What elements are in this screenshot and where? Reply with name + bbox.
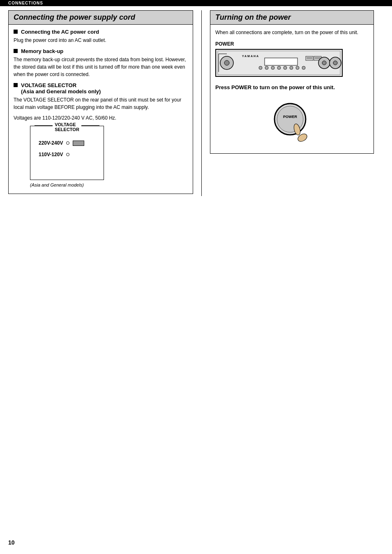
voltage-box-title: VOLTAGE SELECTOR	[53, 122, 81, 132]
svg-text:YAMAHA: YAMAHA	[242, 55, 259, 58]
svg-point-14	[271, 66, 274, 69]
svg-point-3	[224, 60, 229, 65]
svg-point-21	[322, 61, 326, 65]
voltage-title-bar: VOLTAGE SELECTOR	[35, 122, 99, 132]
memory-backup-body: The memory back-up circuit prevents the …	[14, 56, 188, 78]
svg-text:POWER: POWER	[283, 115, 297, 119]
power-intro-text: When all connections are complete, turn …	[215, 29, 369, 36]
voltage-220-switch	[73, 141, 84, 146]
svg-point-19	[302, 66, 305, 69]
svg-point-13	[265, 66, 268, 69]
section-label: CONNECTIONS	[8, 1, 43, 5]
left-section-box: Connecting the power supply cord Connect…	[8, 10, 193, 194]
voltage-caption: (Asia and General models)	[30, 182, 184, 187]
content-area: Connecting the power supply cord Connect…	[0, 6, 392, 200]
ac-power-heading: Connecting the AC power cord	[14, 29, 188, 35]
voltage-selector-heading: VOLTAGE SELECTOR (Asia and General model…	[14, 82, 188, 95]
svg-point-15	[277, 66, 281, 69]
press-power-label: Press POWER to turn on the power of this…	[215, 84, 369, 90]
svg-point-12	[259, 66, 262, 69]
right-section-box: Turning on the power When all connection…	[210, 10, 374, 154]
voltage-220-row: 220V-240V	[39, 140, 95, 146]
voltage-diagram-wrapper: VOLTAGE SELECTOR 220V-240V	[30, 126, 184, 187]
voltage-110-label: 110V-120V	[39, 152, 63, 157]
power-button-svg: POWER	[267, 99, 317, 148]
voltage-220-circle	[66, 141, 69, 145]
voltage-220-label: 220V-240V	[39, 140, 63, 146]
page-number: 10	[8, 539, 15, 546]
left-column: Connecting the power supply cord Connect…	[8, 10, 193, 196]
svg-rect-5	[265, 58, 297, 65]
right-section-content: When all connections are complete, turn …	[210, 25, 374, 153]
voltage-selector-body2: Voltages are 110-120/220-240 V AC, 50/60…	[14, 114, 188, 122]
power-label: POWER	[215, 41, 369, 47]
voltage-selector-body1: The VOLTAGE SELECTOR on the rear panel o…	[14, 96, 188, 111]
right-column: Turning on the power When all connection…	[201, 10, 374, 196]
voltage-selector-subtitle: (Asia and General models only)	[21, 88, 101, 95]
device-svg: YAMAHA	[215, 49, 343, 77]
right-section-title: Turning on the power	[210, 11, 374, 25]
title-line-left	[35, 125, 53, 126]
voltage-selector-title: VOLTAGE SELECTOR	[21, 82, 101, 88]
left-section-content: Connecting the AC power cord Plug the po…	[9, 25, 193, 194]
page: CONNECTIONS Connecting the power supply …	[0, 0, 392, 554]
device-diagram-container: YAMAHA	[215, 49, 369, 78]
svg-point-17	[290, 66, 293, 69]
memory-backup-heading: Memory back-up	[14, 48, 188, 54]
power-button-diagram: POWER	[215, 99, 369, 149]
bullet-icon-3	[14, 83, 18, 87]
left-section-title: Connecting the power supply cord	[9, 11, 193, 25]
svg-rect-6	[306, 56, 313, 60]
ac-power-title: Connecting the AC power cord	[21, 29, 99, 35]
bullet-icon-2	[14, 49, 18, 53]
voltage-110-row: 110V-120V	[39, 152, 95, 157]
ac-power-body: Plug the power cord into an AC wall outl…	[14, 37, 188, 44]
title-line-right	[81, 125, 99, 126]
svg-point-16	[284, 66, 287, 69]
svg-point-18	[296, 66, 299, 69]
memory-backup-title: Memory back-up	[21, 48, 63, 54]
voltage-box: VOLTAGE SELECTOR 220V-240V	[30, 126, 104, 180]
voltage-110-circle	[66, 153, 69, 156]
top-bar: CONNECTIONS	[0, 0, 392, 6]
svg-point-23	[333, 61, 337, 65]
bullet-icon	[14, 30, 18, 34]
